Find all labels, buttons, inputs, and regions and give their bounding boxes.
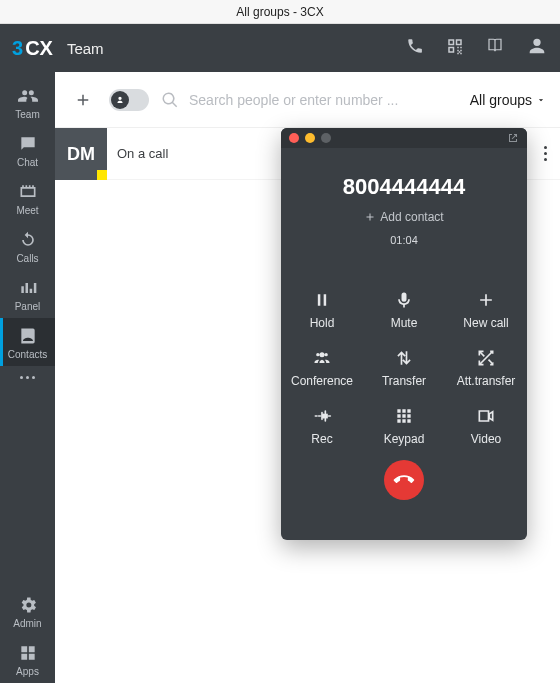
sidebar-item-more[interactable] <box>0 366 55 389</box>
toggle-knob <box>111 91 129 109</box>
popout-icon[interactable] <box>507 132 519 144</box>
contact-view-toggle[interactable] <box>109 89 149 111</box>
search-container <box>161 91 458 109</box>
guide-icon[interactable] <box>486 37 504 59</box>
dialer-icon[interactable] <box>406 37 424 59</box>
call-number: 8004444444 <box>281 174 527 200</box>
transfer-button[interactable]: Transfer <box>363 348 445 388</box>
record-icon <box>312 406 332 426</box>
add-contact-button[interactable]: Add contact <box>281 210 527 224</box>
sidebar: Team Chat Meet Calls Panel Contacts Admi <box>0 72 55 683</box>
sidebar-item-calls[interactable]: Calls <box>0 222 55 270</box>
sidebar-label-admin: Admin <box>13 618 41 629</box>
shuffle-icon <box>476 348 496 368</box>
new-call-label: New call <box>463 316 508 330</box>
sidebar-label-meet: Meet <box>16 205 38 216</box>
sidebar-item-chat[interactable]: Chat <box>0 126 55 174</box>
call-duration: 01:04 <box>281 234 527 246</box>
plus-icon <box>476 290 496 310</box>
video-label: Video <box>471 432 501 446</box>
end-call-button[interactable] <box>384 460 424 500</box>
new-call-button[interactable]: New call <box>445 290 527 330</box>
header-section-title: Team <box>67 40 104 57</box>
video-icon <box>476 406 496 426</box>
sidebar-item-apps[interactable]: Apps <box>0 635 55 683</box>
att-transfer-button[interactable]: Att.transfer <box>445 348 527 388</box>
sidebar-label-contacts: Contacts <box>8 349 47 360</box>
kebab-icon <box>544 146 547 161</box>
contact-row-menu[interactable] <box>530 128 560 179</box>
video-button[interactable]: Video <box>445 406 527 446</box>
pause-icon <box>312 290 332 310</box>
search-input[interactable] <box>189 92 458 108</box>
logo-cx: CX <box>25 37 53 60</box>
mute-button[interactable]: Mute <box>363 290 445 330</box>
qr-icon[interactable] <box>446 37 464 59</box>
keypad-icon <box>394 406 414 426</box>
app-header: 3CX Team <box>0 24 560 72</box>
toolbar: All groups <box>55 72 560 128</box>
more-icon <box>20 376 35 379</box>
sidebar-label-team: Team <box>15 109 39 120</box>
content-area: All groups DM On a call 8004444444 <box>55 72 560 683</box>
contact-avatar: DM <box>55 128 107 180</box>
transfer-label: Transfer <box>382 374 426 388</box>
sidebar-item-admin[interactable]: Admin <box>0 587 55 635</box>
rec-label: Rec <box>311 432 332 446</box>
traffic-light-max[interactable] <box>321 133 331 143</box>
sidebar-item-meet[interactable]: Meet <box>0 174 55 222</box>
att-transfer-label: Att.transfer <box>457 374 516 388</box>
sidebar-label-apps: Apps <box>16 666 39 677</box>
hold-button[interactable]: Hold <box>281 290 363 330</box>
chevron-down-icon <box>536 95 546 105</box>
rec-button[interactable]: Rec <box>281 406 363 446</box>
keypad-label: Keypad <box>384 432 425 446</box>
conference-button[interactable]: Conference <box>281 348 363 388</box>
transfer-icon <box>394 348 414 368</box>
add-contact-label: Add contact <box>380 210 443 224</box>
window-title: All groups - 3CX <box>236 5 323 19</box>
sidebar-item-contacts[interactable]: Contacts <box>0 318 55 366</box>
search-icon <box>161 91 179 109</box>
sidebar-item-team[interactable]: Team <box>0 78 55 126</box>
sidebar-item-panel[interactable]: Panel <box>0 270 55 318</box>
traffic-light-close[interactable] <box>289 133 299 143</box>
app-logo: 3CX <box>12 37 53 60</box>
add-button[interactable] <box>69 86 97 114</box>
mute-label: Mute <box>391 316 418 330</box>
logo-3: 3 <box>12 37 23 60</box>
sidebar-label-chat: Chat <box>17 157 38 168</box>
presence-indicator <box>97 170 107 180</box>
conference-icon <box>312 348 332 368</box>
traffic-light-min[interactable] <box>305 133 315 143</box>
active-call-panel: 8004444444 Add contact 01:04 Hold Mute N… <box>281 128 527 540</box>
contact-initials: DM <box>67 144 95 165</box>
hold-label: Hold <box>310 316 335 330</box>
call-panel-titlebar[interactable] <box>281 128 527 148</box>
conference-label: Conference <box>291 374 353 388</box>
mic-icon <box>394 290 414 310</box>
sidebar-label-calls: Calls <box>16 253 38 264</box>
sidebar-label-panel: Panel <box>15 301 41 312</box>
profile-icon[interactable] <box>526 35 548 61</box>
window-titlebar: All groups - 3CX <box>0 0 560 24</box>
keypad-button[interactable]: Keypad <box>363 406 445 446</box>
groups-dropdown[interactable]: All groups <box>470 92 546 108</box>
phone-hangup-icon <box>390 466 418 494</box>
groups-dropdown-label: All groups <box>470 92 532 108</box>
